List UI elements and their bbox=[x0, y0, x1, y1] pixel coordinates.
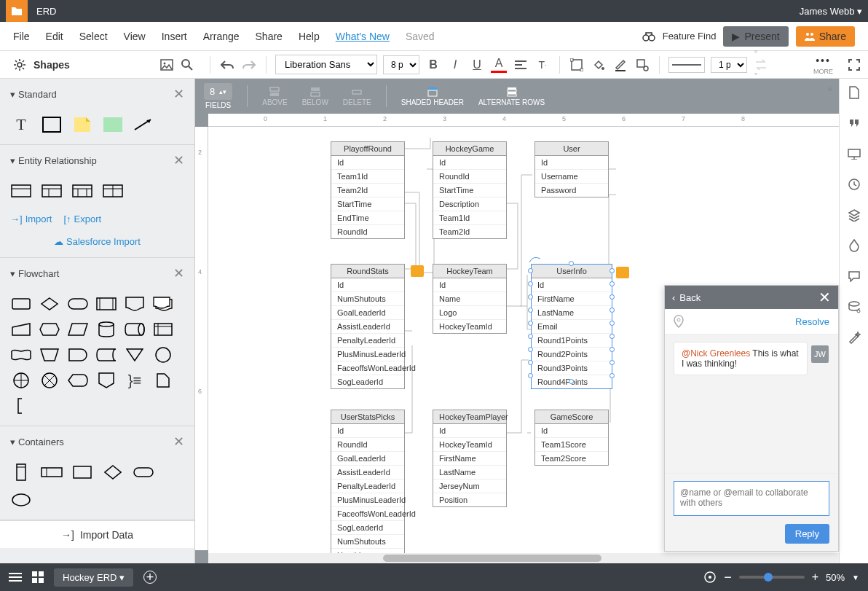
fc-brace[interactable]: }≡ bbox=[124, 371, 146, 390]
page-icon[interactable] bbox=[846, 85, 862, 101]
tt-alternate[interactable]: ALTERNATE ROWS bbox=[478, 87, 545, 106]
menu-view[interactable]: View bbox=[124, 31, 146, 42]
fc-display[interactable] bbox=[67, 371, 89, 390]
chevron-down-icon[interactable]: ▼ bbox=[852, 574, 859, 582]
search-icon[interactable] bbox=[181, 58, 194, 71]
close-icon[interactable]: ✕ bbox=[173, 152, 184, 168]
table-user[interactable]: User Id Username Password bbox=[534, 141, 609, 197]
line-swap-icon[interactable] bbox=[753, 57, 769, 73]
cont-1[interactable] bbox=[10, 463, 32, 482]
image-icon[interactable] bbox=[160, 59, 173, 71]
share-button[interactable]: Share bbox=[796, 26, 855, 47]
er-shape-1[interactable] bbox=[10, 181, 32, 200]
history-icon[interactable] bbox=[846, 176, 862, 192]
tt-delete[interactable]: ×DELETE bbox=[343, 87, 371, 106]
font-select[interactable]: Liberation Sans bbox=[275, 55, 377, 74]
list-view-icon[interactable] bbox=[9, 572, 22, 582]
magic-icon[interactable] bbox=[846, 329, 862, 345]
tt-fields[interactable]: 8 ▴▾ FIELDS bbox=[204, 83, 232, 109]
fc-merge[interactable] bbox=[124, 345, 146, 364]
arrow-shape[interactable] bbox=[133, 115, 154, 134]
er-import[interactable]: →] Import bbox=[10, 214, 52, 224]
table-hockeyteamplayer[interactable]: HockeyTeamPlayer Id HockeyTeamId FirstNa… bbox=[433, 410, 507, 507]
line-color-icon[interactable] bbox=[612, 57, 628, 73]
fc-connector[interactable] bbox=[152, 345, 174, 364]
text-format-icon[interactable]: T∙ bbox=[534, 57, 551, 73]
fc-sum[interactable] bbox=[39, 371, 60, 390]
undo-icon[interactable] bbox=[219, 57, 235, 73]
fc-offpage[interactable] bbox=[95, 371, 117, 390]
comment-tag-active[interactable] bbox=[616, 267, 629, 278]
section-flowchart[interactable]: ▾ Flowchart✕ bbox=[0, 258, 194, 289]
note-shape[interactable] bbox=[71, 115, 93, 134]
close-icon[interactable]: ✕ bbox=[173, 265, 184, 281]
chat-icon[interactable] bbox=[846, 268, 862, 284]
fc-db[interactable] bbox=[95, 320, 117, 339]
table-roundstats[interactable]: RoundStats Id NumShutouts GoalLeaderId A… bbox=[331, 264, 405, 389]
table-hockeygame[interactable]: HockeyGame Id RoundId StartTime Descript… bbox=[433, 141, 507, 239]
zoom-value[interactable]: 50% bbox=[826, 572, 845, 583]
fullscreen-icon[interactable] bbox=[846, 57, 862, 73]
er-shape-3[interactable] bbox=[71, 181, 93, 200]
fc-or[interactable] bbox=[10, 371, 32, 390]
stroke-width-select[interactable]: 1 px bbox=[711, 57, 747, 73]
fc-internal[interactable] bbox=[152, 320, 174, 339]
section-containers[interactable]: ▾ Containers✕ bbox=[0, 426, 194, 457]
tt-shaded[interactable]: SHADED HEADER bbox=[401, 87, 464, 106]
comment-input[interactable] bbox=[674, 481, 829, 516]
zoom-out-icon[interactable]: − bbox=[724, 570, 732, 585]
tt-below[interactable]: BELOW bbox=[302, 87, 328, 106]
more-menu[interactable]: ••• MORE bbox=[813, 55, 833, 75]
shape-mode-icon[interactable] bbox=[569, 57, 585, 73]
fc-predef[interactable] bbox=[95, 294, 117, 313]
fc-doc[interactable] bbox=[124, 294, 146, 313]
block-shape[interactable] bbox=[102, 115, 124, 134]
text-shape[interactable]: T bbox=[10, 115, 32, 134]
add-page-icon[interactable]: + bbox=[143, 571, 157, 584]
grid-view-icon[interactable] bbox=[32, 571, 44, 583]
cont-3[interactable] bbox=[71, 463, 93, 482]
table-userstatspicks[interactable]: UserStatsPicks Id RoundId GoalLeaderId A… bbox=[331, 410, 405, 563]
comment-resolve[interactable]: Resolve bbox=[795, 316, 829, 327]
comment-close[interactable]: ✕ bbox=[818, 289, 831, 306]
menu-whatsnew[interactable]: What's New bbox=[336, 31, 390, 42]
layers-icon[interactable] bbox=[846, 207, 862, 223]
folder-icon[interactable] bbox=[6, 0, 28, 22]
er-shape-4[interactable] bbox=[102, 181, 124, 200]
fc-papertape[interactable] bbox=[10, 345, 32, 364]
fc-directdata[interactable] bbox=[124, 320, 146, 339]
section-standard[interactable]: ▾ Standard✕ bbox=[0, 79, 194, 109]
shape-options-icon[interactable] bbox=[634, 57, 650, 73]
menu-help[interactable]: Help bbox=[299, 31, 320, 42]
section-er[interactable]: ▾ Entity Relationship✕ bbox=[0, 145, 194, 176]
fill-icon[interactable] bbox=[591, 57, 607, 73]
presentation-icon[interactable] bbox=[846, 146, 862, 162]
fc-note[interactable] bbox=[152, 371, 174, 390]
user-menu[interactable]: James Webb ▾ bbox=[800, 6, 862, 17]
fc-multdoc[interactable] bbox=[152, 294, 174, 313]
fc-diamond[interactable] bbox=[39, 294, 60, 313]
location-icon[interactable] bbox=[674, 315, 684, 328]
font-size-select[interactable]: 8 pt bbox=[383, 55, 419, 74]
reply-button[interactable]: Reply bbox=[785, 524, 829, 544]
theme-icon[interactable] bbox=[846, 238, 862, 254]
scrollbar-horizontal[interactable] bbox=[208, 553, 839, 563]
menu-edit[interactable]: Edit bbox=[46, 31, 63, 42]
cont-4[interactable] bbox=[102, 463, 124, 482]
zoom-in-icon[interactable]: + bbox=[812, 571, 818, 584]
fc-data[interactable] bbox=[67, 320, 89, 339]
import-data-button[interactable]: →] Import Data bbox=[0, 520, 194, 548]
tt-above[interactable]: ABOVE bbox=[262, 87, 287, 106]
menu-select[interactable]: Select bbox=[79, 31, 108, 42]
er-export[interactable]: [↑ Export bbox=[63, 214, 101, 224]
rect-shape[interactable] bbox=[41, 115, 63, 134]
close-icon[interactable]: ✕ bbox=[173, 86, 184, 102]
zoom-slider[interactable] bbox=[739, 576, 805, 579]
comment-tag[interactable] bbox=[411, 265, 424, 277]
present-button[interactable]: ▶Present bbox=[723, 26, 788, 47]
bold-icon[interactable]: B bbox=[425, 57, 441, 73]
binoculars-icon[interactable] bbox=[642, 31, 655, 42]
align-icon[interactable] bbox=[513, 57, 529, 73]
line-style-select[interactable] bbox=[668, 57, 705, 73]
cont-6[interactable] bbox=[10, 490, 32, 509]
